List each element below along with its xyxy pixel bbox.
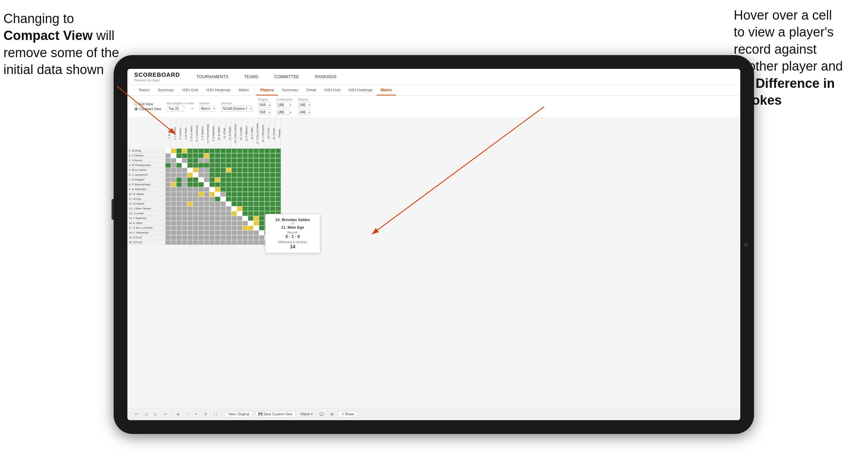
matrix-cell-14-12[interactable]	[226, 211, 231, 216]
matrix-cell-12-19[interactable]	[264, 201, 270, 206]
matrix-cell-20-6[interactable]	[193, 240, 198, 245]
matrix-cell-10-7[interactable]	[198, 192, 204, 197]
conference-select2[interactable]: (All)	[276, 109, 290, 115]
matrix-cell-16-12[interactable]	[226, 221, 231, 226]
matrix-cell-11-19[interactable]	[264, 197, 270, 201]
matrix-cell-19-3[interactable]	[176, 235, 182, 240]
matrix-cell-19-1[interactable]	[165, 235, 171, 240]
step-forward-button[interactable]: ▷	[152, 412, 159, 417]
matrix-cell-1-2[interactable]	[171, 148, 176, 153]
matrix-cell-20-5[interactable]	[187, 240, 193, 245]
matrix-cell-12-20[interactable]	[270, 201, 275, 206]
matrix-cell-10-16[interactable]	[248, 192, 253, 197]
matrix-cell-13-18[interactable]	[259, 206, 264, 211]
tab-h2h-grid1[interactable]: H2H Grid	[178, 85, 202, 95]
matrix-cell-19-15[interactable]	[242, 235, 248, 240]
matrix-cell-8-13[interactable]	[231, 182, 237, 187]
matrix-cell-17-17[interactable]	[253, 226, 259, 230]
matrix-cell-3-9[interactable]	[209, 158, 215, 163]
matrix-cell-13-16[interactable]	[248, 206, 253, 211]
matrix-cell-6-3[interactable]	[176, 173, 182, 177]
matrix-cell-12-1[interactable]	[165, 201, 171, 206]
matrix-cell-7-18[interactable]	[259, 177, 264, 182]
matrix-cell-9-15[interactable]	[242, 187, 248, 192]
matrix-cell-10-4[interactable]	[182, 192, 187, 197]
gender-select[interactable]: Men's	[199, 106, 216, 112]
matrix-cell-4-14[interactable]	[237, 163, 242, 168]
matrix-cell-10-8[interactable]	[204, 192, 209, 197]
compact-view-option[interactable]: Compact View	[134, 107, 161, 111]
matrix-cell-3-16[interactable]	[248, 158, 253, 163]
matrix-cell-18-14[interactable]	[237, 230, 242, 235]
matrix-cell-1-4[interactable]	[182, 148, 187, 153]
matrix-cell-1-12[interactable]	[226, 148, 231, 153]
matrix-cell-6-17[interactable]	[253, 173, 259, 177]
matrix-cell-10-9[interactable]	[209, 192, 215, 197]
matrix-cell-6-6[interactable]	[193, 173, 198, 177]
matrix-cell-2-11[interactable]	[220, 153, 226, 158]
matrix-cell-4-4[interactable]	[182, 163, 187, 168]
players-select2[interactable]: (All)	[298, 109, 311, 115]
matrix-cell-16-14[interactable]	[237, 221, 242, 226]
division-select[interactable]: NCAA Division I	[221, 106, 253, 112]
matrix-cell-18-9[interactable]	[209, 230, 215, 235]
matrix-cell-8-5[interactable]	[187, 182, 193, 187]
matrix-cell-16-15[interactable]	[242, 221, 248, 226]
matrix-cell-5-8[interactable]	[204, 168, 209, 173]
matrix-cell-11-1[interactable]	[165, 197, 171, 201]
matrix-cell-6-1[interactable]	[165, 173, 171, 177]
matrix-cell-17-16[interactable]	[248, 226, 253, 230]
matrix-cell-12-12[interactable]	[226, 201, 231, 206]
matrix-cell-8-7[interactable]	[198, 182, 204, 187]
matrix-cell-7-14[interactable]	[237, 177, 242, 182]
matrix-cell-12-9[interactable]	[209, 201, 215, 206]
matrix-cell-2-1[interactable]	[165, 153, 171, 158]
matrix-cell-4-15[interactable]	[242, 163, 248, 168]
matrix-cell-13-2[interactable]	[171, 206, 176, 211]
matrix-cell-9-16[interactable]	[248, 187, 253, 192]
matrix-cell-1-15[interactable]	[242, 148, 248, 153]
matrix-cell-9-2[interactable]	[171, 187, 176, 192]
matrix-cell-14-3[interactable]	[176, 211, 182, 216]
matrix-cell-15-6[interactable]	[193, 216, 198, 221]
tab-h2h-heatmap1[interactable]: H2H Heatmap	[202, 85, 234, 95]
matrix-cell-14-2[interactable]	[171, 211, 176, 216]
matrix-cell-11-14[interactable]	[237, 197, 242, 201]
matrix-cell-3-3[interactable]	[176, 158, 182, 163]
matrix-cell-12-14[interactable]	[237, 201, 242, 206]
matrix-cell-8-4[interactable]	[182, 182, 187, 187]
matrix-cell-18-8[interactable]	[204, 230, 209, 235]
matrix-cell-4-1[interactable]	[165, 163, 171, 168]
matrix-cell-11-6[interactable]	[193, 197, 198, 201]
matrix-cell-15-17[interactable]	[253, 216, 259, 221]
matrix-cell-4-19[interactable]	[264, 163, 270, 168]
matrix-cell-15-18[interactable]	[259, 216, 264, 221]
matrix-cell-12-21[interactable]	[275, 201, 281, 206]
matrix-cell-1-19[interactable]	[264, 148, 270, 153]
matrix-cell-7-12[interactable]	[226, 177, 231, 182]
matrix-cell-2-20[interactable]	[270, 153, 275, 158]
matrix-cell-5-11[interactable]	[220, 168, 226, 173]
matrix-cell-3-18[interactable]	[259, 158, 264, 163]
view-original-button[interactable]: View: Original	[225, 411, 253, 417]
compact-view-radio[interactable]	[134, 107, 138, 111]
matrix-cell-9-9[interactable]	[209, 187, 215, 192]
matrix-cell-6-9[interactable]	[209, 173, 215, 177]
matrix-cell-13-7[interactable]	[198, 206, 204, 211]
matrix-cell-14-7[interactable]	[198, 211, 204, 216]
matrix-cell-6-21[interactable]	[275, 173, 281, 177]
fullscreen-button[interactable]: ⛶	[212, 412, 219, 417]
matrix-cell-10-17[interactable]	[253, 192, 259, 197]
region-select2[interactable]: N/A	[258, 109, 271, 115]
grid-button[interactable]: ⊞	[328, 412, 335, 417]
matrix-cell-1-5[interactable]	[187, 148, 193, 153]
matrix-cell-1-11[interactable]	[220, 148, 226, 153]
matrix-cell-5-9[interactable]	[209, 168, 215, 173]
save-custom-button[interactable]: 💾 Save Custom View	[255, 411, 295, 417]
matrix-cell-17-1[interactable]	[165, 226, 171, 230]
matrix-cell-9-18[interactable]	[259, 187, 264, 192]
matrix-cell-19-11[interactable]	[220, 235, 226, 240]
matrix-cell-2-16[interactable]	[248, 153, 253, 158]
matrix-cell-13-8[interactable]	[204, 206, 209, 211]
matrix-cell-12-7[interactable]	[198, 201, 204, 206]
